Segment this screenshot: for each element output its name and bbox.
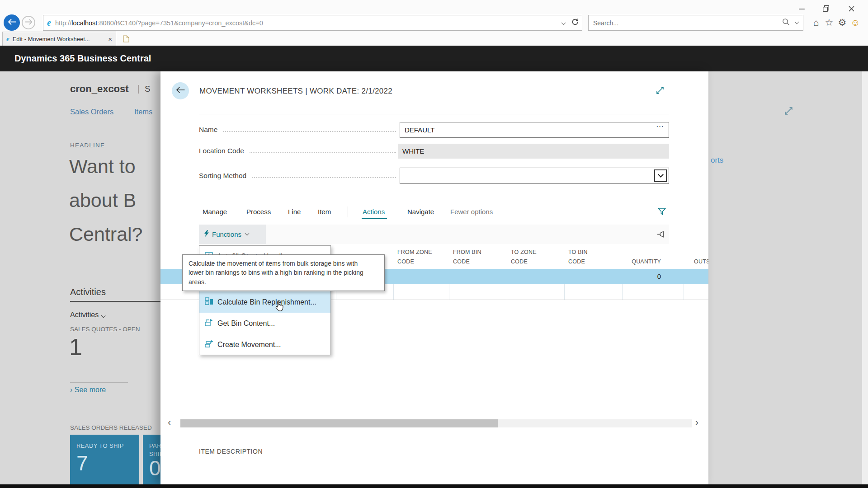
clipped-nav-text: S (145, 84, 151, 94)
grid-line (622, 284, 623, 300)
dialog-back-button[interactable] (172, 82, 189, 99)
scrollbar-thumb[interactable] (180, 419, 498, 427)
dotted-leader (252, 177, 396, 178)
headline-label: HEADLINE (70, 142, 105, 149)
col-header-from-zone-code[interactable]: FROM ZONECODE (397, 248, 432, 267)
browser-search-input[interactable] (593, 19, 782, 27)
grid-line (393, 284, 394, 300)
browser-search-box[interactable] (588, 15, 803, 31)
sales-quotes-open-value[interactable]: 1 (69, 333, 82, 361)
dialog-expand-icon[interactable] (656, 86, 664, 96)
app-title: Dynamics 365 Business Central (14, 46, 151, 71)
window-minimize-button[interactable] (796, 4, 807, 13)
search-dropdown-icon[interactable] (795, 20, 799, 24)
col-header-to-zone-code[interactable]: TO ZONECODE (511, 248, 537, 267)
menu-actions[interactable]: Actions (363, 208, 385, 216)
url-bar[interactable]: e http://localhost:8080/BC140/?page=7351… (43, 15, 582, 31)
dotted-leader (250, 152, 396, 153)
col-header-to-bin-code[interactable]: TO BINCODE (568, 248, 588, 267)
col-header-from-bin-code[interactable]: FROM BINCODE (453, 248, 481, 267)
horizontal-scrollbar[interactable] (180, 419, 692, 427)
page-scrollbar[interactable] (862, 71, 868, 484)
sales-quotes-open-label: SALES QUOTES - OPEN (70, 326, 140, 333)
scroll-right-chevron[interactable]: › (695, 417, 698, 427)
tab-ie-icon: e (6, 35, 9, 43)
calculate-bin-replenishment-icon (205, 297, 213, 307)
dotted-leader (223, 131, 396, 132)
browser-forward-button[interactable] (22, 16, 35, 29)
movement-worksheets-dialog: MOVEMENT WORKSHEETS | WORK DATE: 2/1/202… (160, 71, 708, 484)
tab-title: Edit - Movement Worksheet... (13, 36, 106, 42)
col-header-quantity[interactable]: QUANTITY (622, 257, 661, 267)
menu-manage[interactable]: Manage (203, 208, 227, 216)
tile-partially-shipped[interactable]: PARTIALLYSHIPPED 0 (143, 435, 160, 484)
grid-line (684, 284, 684, 300)
grid-line (449, 284, 449, 300)
search-magnifier-icon[interactable] (782, 18, 790, 28)
sorting-method-dropdown-button[interactable] (654, 169, 667, 182)
clipped-reports-link[interactable]: orts (711, 156, 723, 165)
smiley-feedback-icon[interactable]: ☺ (850, 17, 861, 28)
refresh-icon[interactable] (571, 18, 579, 28)
window-close-button[interactable] (845, 4, 857, 13)
menu-fewer-options[interactable]: Fewer options (450, 208, 493, 216)
tile-value: 0 (149, 458, 160, 479)
row-quantity-cell[interactable]: 0 (622, 269, 661, 284)
favorites-star-icon[interactable]: ☆ (824, 17, 835, 28)
url-dropdown-icon[interactable] (561, 21, 566, 25)
headline-line-3: Central? (69, 223, 143, 245)
tile-ready-to-ship[interactable]: READY TO SHIP 7 (70, 435, 139, 484)
settings-gear-icon[interactable]: ⚙ (837, 17, 848, 28)
functions-menu-button[interactable]: Functions (199, 225, 266, 244)
tooltip-calculate-bin-replenishment: Calculate the movement of items from bul… (182, 254, 385, 291)
browser-tab[interactable]: e Edit - Movement Worksheet... × (2, 32, 116, 46)
background-expand-icon[interactable] (784, 107, 793, 117)
see-more-link[interactable]: › See more (70, 386, 106, 394)
menu-item-calculate-bin-replenishment[interactable]: Calculate Bin Replenishment... (199, 291, 330, 313)
menu-navigate[interactable]: Navigate (407, 208, 434, 216)
company-separator: | (137, 84, 140, 94)
actions-active-underline (362, 218, 387, 219)
back-arrow-icon (176, 86, 185, 95)
background-left-region: cron_excost | S Sales Orders Items HEADL… (0, 71, 160, 484)
url-text: http://localhost:8080/BC140/?page=7351&c… (55, 19, 559, 27)
activities-dropdown[interactable]: Activities (70, 311, 105, 319)
location-code-field: WHITE (398, 144, 669, 159)
nav-link-sales-orders[interactable]: Sales Orders (70, 108, 113, 116)
menubar-divider (348, 206, 348, 217)
activities-section-title: Activities (70, 287, 106, 297)
home-icon[interactable]: ⌂ (811, 17, 821, 28)
new-tab-button[interactable] (119, 33, 133, 45)
menu-process[interactable]: Process (246, 208, 271, 216)
grid-line (564, 284, 565, 300)
col-header-outstanding-clipped[interactable]: OUTS (694, 257, 708, 267)
get-bin-content-icon (205, 319, 213, 328)
menu-line[interactable]: Line (288, 208, 301, 216)
chevron-down-icon (658, 172, 664, 178)
scroll-left-chevron[interactable]: ‹ (168, 417, 171, 427)
grid-line (507, 284, 507, 300)
activities-underline (70, 301, 160, 302)
title-divider (199, 114, 669, 114)
menu-item-create-movement[interactable]: Create Movement... (199, 334, 330, 355)
activities-divider (70, 382, 128, 383)
company-name[interactable]: cron_excost (70, 83, 129, 95)
forward-arrow-icon (25, 19, 33, 27)
filter-funnel-icon[interactable] (658, 208, 666, 217)
create-movement-icon (205, 340, 213, 349)
mouse-hand-cursor (274, 300, 285, 314)
nav-link-items[interactable]: Items (134, 108, 152, 116)
menu-item[interactable]: Item (318, 208, 331, 216)
ie-logo-icon: e (47, 18, 51, 28)
name-field[interactable]: DEFAULT (400, 122, 669, 138)
bottom-edge-strip (0, 484, 868, 488)
window-restore-button[interactable] (820, 4, 832, 13)
tab-close-icon[interactable]: × (108, 35, 112, 43)
sorting-method-field[interactable] (400, 168, 669, 184)
name-lookup-button[interactable]: ... (653, 120, 667, 129)
menu-item-get-bin-content[interactable]: Get Bin Content... (199, 313, 330, 334)
pin-icon[interactable] (657, 230, 665, 240)
browser-back-button[interactable] (4, 14, 20, 31)
lightning-icon (204, 230, 209, 239)
tile-label: READY TO SHIP (76, 442, 139, 450)
